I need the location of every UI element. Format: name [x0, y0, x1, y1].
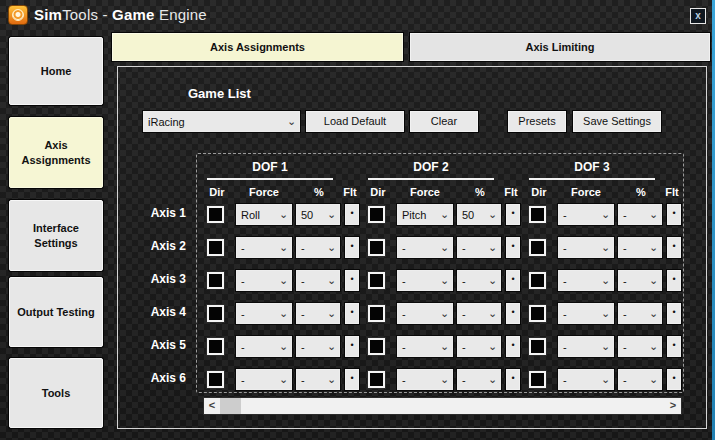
tab-axis-limiting[interactable]: Axis Limiting [410, 33, 710, 61]
force-dropdown[interactable]: Roll⌄ [236, 204, 292, 225]
force-dropdown[interactable]: -⌄ [558, 204, 614, 225]
force-dropdown[interactable]: -⌄ [558, 336, 614, 357]
percent-dropdown[interactable]: 50⌄ [457, 204, 501, 225]
save-settings-button[interactable]: Save Settings [573, 111, 661, 132]
percent-dropdown[interactable]: 50⌄ [296, 204, 340, 225]
dir-checkbox[interactable] [207, 338, 224, 355]
horizontal-scrollbar[interactable]: < > [204, 398, 681, 414]
scroll-right-icon[interactable]: > [665, 398, 681, 414]
flt-button[interactable]: • [345, 204, 359, 225]
tab-axis-assignments[interactable]: Axis Assignments [112, 33, 403, 61]
dir-checkbox[interactable] [529, 272, 546, 289]
percent-dropdown[interactable]: -⌄ [618, 336, 662, 357]
flt-button[interactable]: • [667, 270, 681, 291]
dir-checkbox[interactable] [368, 305, 385, 322]
percent-dropdown[interactable]: -⌄ [457, 336, 501, 357]
percent-dropdown[interactable]: -⌄ [457, 369, 501, 390]
flt-button[interactable]: • [667, 336, 681, 357]
clear-button[interactable]: Clear [410, 111, 478, 132]
scroll-left-icon[interactable]: < [204, 398, 220, 414]
dir-checkbox[interactable] [368, 338, 385, 355]
flt-button[interactable]: • [667, 237, 681, 258]
force-dropdown[interactable]: -⌄ [236, 270, 292, 291]
force-dropdown[interactable]: -⌄ [397, 369, 453, 390]
load-default-button[interactable]: Load Default [306, 111, 404, 132]
percent-dropdown-value: - [297, 242, 324, 254]
flt-button[interactable]: • [506, 369, 520, 390]
percent-dropdown[interactable]: -⌄ [296, 303, 340, 324]
game-list-selected-value: iRacing [144, 116, 284, 128]
force-dropdown-value: Roll [237, 209, 276, 221]
sidebar-item-interface-settings[interactable]: Interface Settings [9, 200, 103, 271]
percent-dropdown[interactable]: -⌄ [457, 303, 501, 324]
dir-checkbox[interactable] [529, 305, 546, 322]
percent-dropdown[interactable]: -⌄ [618, 303, 662, 324]
flt-button[interactable]: • [506, 270, 520, 291]
dir-checkbox[interactable] [368, 272, 385, 289]
flt-button[interactable]: • [506, 336, 520, 357]
percent-dropdown[interactable]: -⌄ [296, 270, 340, 291]
percent-dropdown[interactable]: -⌄ [618, 369, 662, 390]
dir-checkbox[interactable] [368, 206, 385, 223]
presets-button[interactable]: Presets [508, 111, 566, 132]
force-dropdown[interactable]: -⌄ [397, 237, 453, 258]
sidebar-item-output-testing[interactable]: Output Testing [9, 277, 103, 347]
force-dropdown[interactable]: -⌄ [558, 237, 614, 258]
dir-checkbox[interactable] [529, 239, 546, 256]
force-dropdown[interactable]: -⌄ [236, 369, 292, 390]
force-dropdown[interactable]: -⌄ [397, 336, 453, 357]
dir-checkbox[interactable] [207, 239, 224, 256]
flt-button[interactable]: • [667, 369, 681, 390]
flt-button[interactable]: • [506, 204, 520, 225]
dir-checkbox[interactable] [529, 206, 546, 223]
dir-checkbox[interactable] [207, 305, 224, 322]
dof-cell: -⌄-⌄• [368, 237, 520, 258]
dir-checkbox[interactable] [529, 371, 546, 388]
flt-button[interactable]: • [345, 237, 359, 258]
force-dropdown[interactable]: -⌄ [236, 336, 292, 357]
sidebar-item-axis-assignments[interactable]: Axis Assignments [9, 117, 103, 188]
percent-dropdown[interactable]: -⌄ [296, 369, 340, 390]
dof-cell: Pitch⌄50⌄• [368, 204, 520, 225]
flt-button[interactable]: • [345, 336, 359, 357]
force-dropdown[interactable]: -⌄ [558, 303, 614, 324]
flt-button[interactable]: • [667, 303, 681, 324]
scrollbar-thumb[interactable] [220, 398, 241, 414]
flt-button[interactable]: • [345, 303, 359, 324]
force-dropdown-value: - [237, 341, 276, 353]
dir-checkbox[interactable] [368, 239, 385, 256]
dir-checkbox[interactable] [529, 338, 546, 355]
force-dropdown[interactable]: -⌄ [397, 303, 453, 324]
chevron-down-icon: ⌄ [324, 370, 339, 389]
flt-button[interactable]: • [506, 303, 520, 324]
dir-checkbox[interactable] [207, 371, 224, 388]
percent-dropdown[interactable]: -⌄ [618, 237, 662, 258]
force-dropdown[interactable]: -⌄ [558, 270, 614, 291]
percent-dropdown-value: - [458, 374, 485, 386]
percent-dropdown[interactable]: -⌄ [457, 270, 501, 291]
force-dropdown[interactable]: Pitch⌄ [397, 204, 453, 225]
flt-button[interactable]: • [345, 270, 359, 291]
force-dropdown[interactable]: -⌄ [397, 270, 453, 291]
force-dropdown[interactable]: -⌄ [558, 369, 614, 390]
percent-dropdown[interactable]: -⌄ [296, 336, 340, 357]
sidebar-item-tools[interactable]: Tools [9, 358, 103, 428]
sidebar-item-home[interactable]: Home [9, 37, 103, 105]
game-list-dropdown[interactable]: iRacing ⌄ [143, 111, 300, 132]
percent-dropdown[interactable]: -⌄ [457, 237, 501, 258]
dir-checkbox[interactable] [368, 371, 385, 388]
force-dropdown[interactable]: -⌄ [236, 303, 292, 324]
flt-button[interactable]: • [345, 369, 359, 390]
dir-checkbox[interactable] [207, 206, 224, 223]
percent-dropdown-value: 50 [297, 209, 324, 221]
flt-button[interactable]: • [506, 237, 520, 258]
title-bar: SimTools - Game Engine x [0, 0, 715, 30]
percent-dropdown[interactable]: -⌄ [296, 237, 340, 258]
flt-button[interactable]: • [667, 204, 681, 225]
percent-dropdown[interactable]: -⌄ [618, 204, 662, 225]
force-dropdown[interactable]: -⌄ [236, 237, 292, 258]
percent-dropdown-value: 50 [458, 209, 485, 221]
percent-dropdown[interactable]: -⌄ [618, 270, 662, 291]
close-button[interactable]: x [690, 8, 706, 24]
dir-checkbox[interactable] [207, 272, 224, 289]
